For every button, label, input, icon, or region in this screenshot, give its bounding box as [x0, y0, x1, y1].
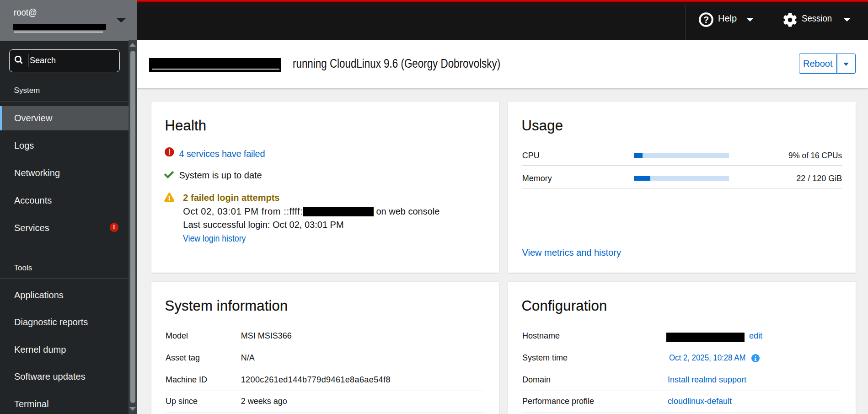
svg-text:?: ?	[703, 15, 709, 25]
